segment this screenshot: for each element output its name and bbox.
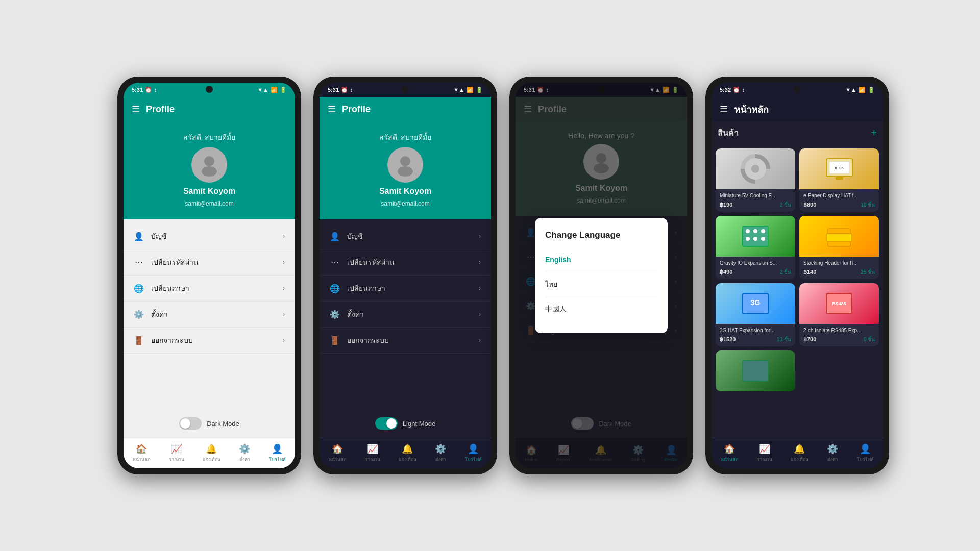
battery-icon-1: 🔋	[280, 87, 287, 93]
menu-password-1[interactable]: ⋯ เปลี่ยนรหัสผ่าน ›	[124, 249, 295, 276]
nav-home-4[interactable]: 🏠 หน้าหลัก	[717, 441, 742, 465]
product-price-5: ฿700	[803, 336, 816, 343]
top-bar-4: ☰ หน้าหลัก	[712, 97, 883, 121]
account-icon-2: 👤	[330, 232, 340, 241]
language-option-english[interactable]: English	[545, 248, 657, 271]
nav-notification-4[interactable]: 🔔 แจ้งเตือน	[787, 441, 813, 465]
hamburger-icon-2[interactable]: ☰	[328, 104, 336, 115]
report-nav-label-4: รายงาน	[757, 456, 772, 463]
product-card-5[interactable]: RS485 2-ch Isolate RS485 Exp... ฿700 8 ช…	[799, 283, 879, 346]
chevron-1: ›	[283, 233, 285, 240]
sync-icon-1: ↕	[154, 87, 157, 93]
language-option-chinese[interactable]: 中國人	[545, 297, 657, 321]
password-label-2: เปลี่ยนรหัสผ่าน	[347, 257, 395, 268]
email-1: samit@email.com	[185, 200, 234, 207]
phone-3-screen: 5:31 ⏰ ↕ ▼▲ 📶 🔋 ☰ Profile Hello, How are…	[516, 83, 687, 468]
home-nav-label-2: หน้าหลัก	[329, 456, 346, 463]
nav-settings-1[interactable]: ⚙️ ตั้งค่า	[235, 441, 254, 465]
profile-nav-label-2: โปรไฟล์	[465, 456, 482, 463]
nav-home-2[interactable]: 🏠 หน้าหลัก	[325, 441, 350, 465]
svg-rect-11	[836, 177, 843, 180]
menu-language-2[interactable]: 🌐 เปลี่ยนภาษา ›	[320, 276, 491, 302]
menu-language-1[interactable]: 🌐 เปลี่ยนภาษา ›	[124, 276, 295, 302]
nav-notification-1[interactable]: 🔔 แจ้งเตือน	[199, 441, 225, 465]
top-bar-2: ☰ Profile	[320, 97, 491, 121]
menu-account-2[interactable]: 👤 บัญชี ›	[320, 223, 491, 249]
dark-mode-toggle-1[interactable]	[179, 417, 202, 430]
menu-account-1[interactable]: 👤 บัญชี ›	[124, 223, 295, 249]
profile-nav-icon-2: 👤	[468, 443, 479, 455]
notification-nav-label-2: แจ้งเตือน	[399, 456, 416, 463]
profile-header-1: สวัสดี, สบายดีมั้ย Samit Koyom samit@ema…	[124, 121, 295, 219]
product-card-2[interactable]: Gravity IO Expansion S... ฿490 2 ชิ้น	[716, 216, 795, 279]
dark-mode-toggle-2[interactable]	[375, 417, 398, 430]
product-stock-2: 2 ชิ้น	[780, 268, 791, 276]
menu-logout-1[interactable]: 🚪 ออกจากระบบ ›	[124, 328, 295, 354]
chevron-2: ›	[283, 259, 285, 266]
signal-icon-4: 📶	[859, 87, 866, 93]
wifi-icon-1: ▼▲	[257, 87, 268, 93]
svg-point-1	[202, 166, 217, 177]
nav-report-2[interactable]: 📈 รายงาน	[361, 441, 384, 465]
status-bar-4: 5:32 ⏰ ↕ ▼▲ 📶 🔋	[712, 83, 883, 97]
nav-report-4[interactable]: 📈 รายงาน	[753, 441, 776, 465]
svg-point-17	[753, 237, 757, 241]
nav-notification-2[interactable]: 🔔 แจ้งเตือน	[395, 441, 421, 465]
notification-nav-icon-1: 🔔	[206, 443, 217, 455]
product-price-4: ฿1520	[720, 336, 736, 343]
nav-profile-2[interactable]: 👤 โปรไฟล์	[461, 441, 486, 465]
phone-1-screen: 5:31 ⏰ ↕ ▼▲ 📶 🔋 ☰ Profile สวัสดี, สบายดี…	[124, 83, 295, 468]
menu-list-2: 👤 บัญชี › ⋯ เปลี่ยนรหัสผ่าน › 🌐 เปลี่ย	[320, 219, 491, 409]
product-name-2: Gravity IO Expansion S...	[720, 260, 791, 266]
settings-nav-icon-4: ⚙️	[827, 443, 838, 455]
logout-icon-1: 🚪	[134, 336, 144, 345]
menu-logout-2[interactable]: 🚪 ออกจากระบบ ›	[320, 328, 491, 354]
product-card-3[interactable]: Stacking Header for R... ฿140 25 ชิ้น	[799, 216, 879, 279]
hamburger-icon-4[interactable]: ☰	[720, 104, 728, 115]
username-1: Samit Koyom	[183, 187, 235, 196]
nav-profile-4[interactable]: 👤 โปรไฟล์	[853, 441, 878, 465]
nav-settings-4[interactable]: ⚙️ ตั้งค่า	[823, 441, 842, 465]
menu-settings-2[interactable]: ⚙️ ตั้งค่า ›	[320, 302, 491, 328]
phone-4: 5:32 ⏰ ↕ ▼▲ 📶 🔋 ☰ หน้าหลัก สินค้า +	[705, 77, 889, 474]
svg-rect-20	[828, 229, 850, 234]
product-stock-5: 8 ชิ้น	[864, 336, 875, 343]
product-card-6[interactable]	[716, 350, 795, 391]
product-card-1[interactable]: e-ink e-Paper Display HAT f... ฿800 10 ช…	[799, 148, 879, 212]
nav-home-1[interactable]: 🏠 หน้าหลัก	[129, 441, 154, 465]
report-nav-icon-4: 📈	[759, 443, 770, 455]
language-label-2: เปลี่ยนภาษา	[347, 283, 385, 294]
bottom-nav-4: 🏠 หน้าหลัก 📈 รายงาน 🔔 แจ้งเตือน ⚙️ ตั้งค…	[712, 438, 883, 468]
language-icon-2: 🌐	[330, 284, 340, 293]
phones-container: 5:31 ⏰ ↕ ▼▲ 📶 🔋 ☰ Profile สวัสดี, สบายดี…	[0, 0, 980, 551]
product-card-4[interactable]: 3G 3G HAT Expansion for ... ฿1520 13 ชิ้…	[716, 283, 795, 346]
settings-label-1: ตั้งค่า	[151, 309, 168, 320]
menu-password-2[interactable]: ⋯ เปลี่ยนรหัสผ่าน ›	[320, 249, 491, 276]
home-nav-label-4: หน้าหลัก	[721, 456, 738, 463]
sync-icon-2: ↕	[350, 87, 353, 93]
products-grid-container: Miniature 5V Cooling F... ฿190 2 ชิ้น e-…	[712, 144, 883, 438]
nav-report-1[interactable]: 📈 รายงาน	[165, 441, 188, 465]
report-nav-icon-2: 📈	[367, 443, 378, 455]
profile-nav-label-4: โปรไฟล์	[857, 456, 874, 463]
language-option-thai[interactable]: ไทย	[545, 271, 657, 297]
nav-profile-1[interactable]: 👤 โปรไฟล์	[265, 441, 290, 465]
notification-nav-label-4: แจ้งเตือน	[791, 456, 808, 463]
svg-point-14	[753, 229, 757, 233]
settings-nav-label-2: ตั้งค่า	[435, 456, 446, 463]
product-img-4: 3G	[716, 283, 795, 324]
alarm-icon-2: ⏰	[341, 87, 348, 93]
product-img-0	[716, 148, 795, 189]
product-card-0[interactable]: Miniature 5V Cooling F... ฿190 2 ชิ้น	[716, 148, 795, 212]
notification-nav-label-1: แจ้งเตือน	[203, 456, 220, 463]
profile-nav-label-1: โปรไฟล์	[269, 456, 286, 463]
settings-nav-icon-2: ⚙️	[435, 443, 446, 455]
status-left-1: 5:31 ⏰ ↕	[132, 87, 157, 93]
account-label-2: บัญชี	[347, 231, 363, 242]
menu-settings-1[interactable]: ⚙️ ตั้งค่า ›	[124, 302, 295, 328]
toggle-label-2: Light Mode	[403, 420, 435, 428]
nav-settings-2[interactable]: ⚙️ ตั้งค่า	[431, 441, 450, 465]
hamburger-icon-1[interactable]: ☰	[132, 104, 140, 115]
language-dialog-overlay[interactable]: Change Language English ไทย 中國人	[516, 83, 687, 468]
add-product-button[interactable]: +	[871, 127, 877, 139]
